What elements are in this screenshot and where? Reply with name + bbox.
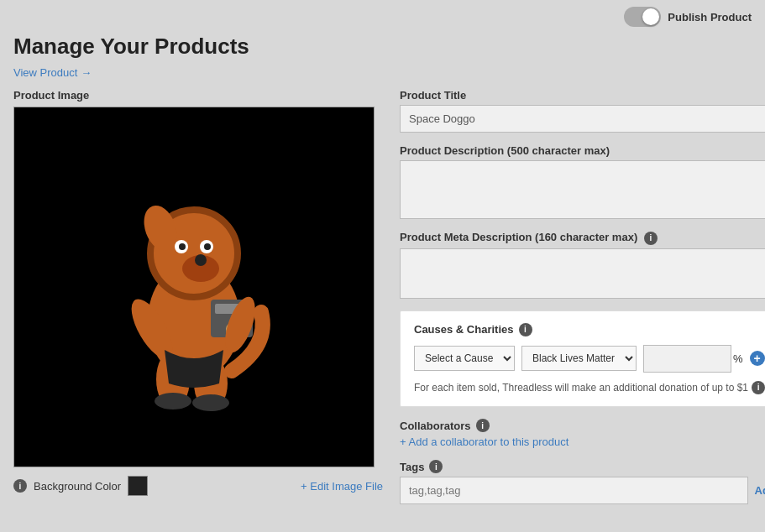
color-swatch[interactable] (128, 476, 148, 496)
main-content: Product Image (0, 89, 765, 518)
product-desc-group: Product Description (500 character max) (400, 144, 765, 219)
product-title-group: Product Title Space Doggo (400, 89, 765, 133)
product-title-input[interactable]: Space Doggo (400, 105, 765, 133)
causes-row: Select a Cause Black Lives Matter % + Ad… (414, 345, 765, 373)
bottom-controls: i Background Color + Edit Image File (13, 467, 383, 496)
tags-input[interactable] (400, 477, 748, 504)
svg-point-8 (204, 243, 211, 250)
view-product-row: View Product → (0, 66, 765, 89)
causes-title: Causes & Charities i (414, 323, 765, 336)
page-header: Manage Your Products (0, 34, 765, 66)
product-title-label: Product Title (400, 89, 765, 102)
bg-color-info-icon[interactable]: i (13, 479, 27, 493)
product-meta-label: Product Meta Description (160 character … (400, 231, 765, 245)
causes-note: For each item sold, Threadless will make… (414, 381, 765, 395)
meta-info-icon[interactable]: i (644, 232, 658, 245)
toggle-knob (642, 8, 659, 25)
publish-toggle[interactable] (624, 7, 661, 27)
svg-point-20 (192, 394, 229, 411)
product-meta-group: Product Meta Description (160 character … (400, 231, 765, 299)
svg-point-7 (179, 243, 186, 250)
charity-select[interactable]: Black Lives Matter (521, 346, 637, 371)
product-desc-label: Product Description (500 character max) (400, 144, 765, 157)
tags-info-icon[interactable]: i (429, 460, 443, 473)
top-bar: Publish Product (0, 0, 765, 34)
causes-info-icon[interactable]: i (519, 323, 532, 336)
product-image-box (13, 107, 375, 467)
percent-input[interactable] (643, 345, 731, 373)
bg-color-section: i Background Color (13, 476, 148, 496)
add-collaborator-label: + Add a collaborator to this product (400, 436, 569, 448)
add-collaborator-link[interactable]: + Add a collaborator to this product (400, 436, 765, 448)
left-column: Product Image (13, 89, 383, 504)
view-product-arrow: → (81, 66, 92, 79)
product-image-svg (76, 153, 312, 421)
svg-point-19 (155, 393, 191, 409)
percent-sign: % (733, 352, 743, 365)
bg-color-label: Background Color (34, 480, 121, 493)
collaborators-title: Collaborators i (400, 419, 765, 432)
add-cause-button[interactable]: + Add (750, 351, 765, 366)
view-product-text: View Product (13, 66, 77, 79)
edit-image-label: + Edit Image File (301, 480, 383, 493)
causes-note-info-icon[interactable]: i (752, 381, 765, 394)
product-image-label: Product Image (13, 89, 383, 102)
view-product-link[interactable]: View Product → (13, 66, 752, 79)
product-meta-input[interactable] (400, 248, 765, 299)
percent-wrap: % (643, 345, 743, 373)
tags-section: Tags i Add Tags (400, 460, 765, 504)
add-tags-button[interactable]: Add Tags (755, 484, 765, 497)
edit-image-button[interactable]: + Edit Image File (301, 480, 383, 493)
product-desc-input[interactable] (400, 160, 765, 219)
tags-input-row: Add Tags (400, 477, 765, 504)
publish-label: Publish Product (668, 11, 752, 23)
add-icon: + (750, 351, 765, 366)
page-title: Manage Your Products (13, 34, 249, 60)
right-column: Product Title Space Doggo Product Descri… (400, 89, 765, 504)
collaborators-info-icon[interactable]: i (476, 419, 490, 432)
svg-point-4 (195, 254, 207, 266)
causes-charities-box: Causes & Charities i Select a Cause Blac… (400, 310, 765, 408)
cause-select[interactable]: Select a Cause (414, 346, 515, 371)
publish-toggle-wrapper: Publish Product (624, 7, 752, 27)
tags-title: Tags i (400, 460, 765, 473)
collaborators-section: Collaborators i + Add a collaborator to … (400, 419, 765, 448)
